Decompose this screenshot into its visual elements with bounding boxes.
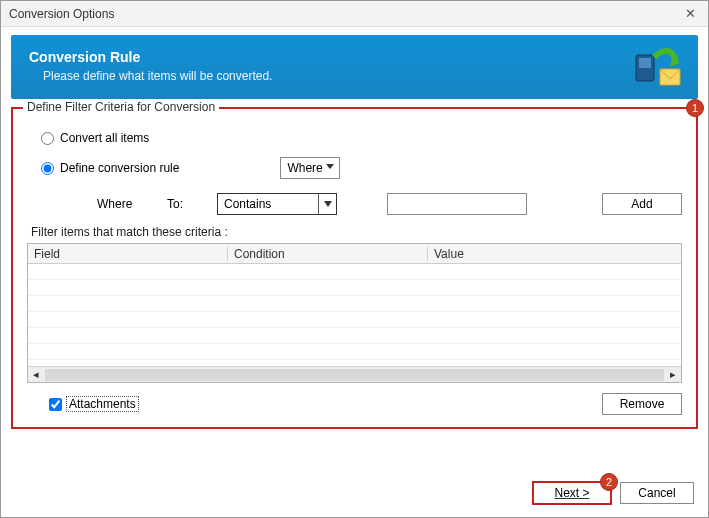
radio-define-rule-row: Define conversion rule Where	[41, 157, 682, 179]
fieldset-bottom-row: Attachments Remove	[27, 393, 682, 415]
fieldset-legend: Define Filter Criteria for Conversion	[23, 100, 219, 114]
cancel-button[interactable]: Cancel	[620, 482, 694, 504]
dialog-footer: Next > 2 Cancel	[532, 481, 694, 505]
svg-rect-1	[639, 58, 651, 68]
horizontal-scrollbar[interactable]: ◂ ▸	[28, 366, 681, 382]
mailbox-icon	[634, 45, 682, 89]
table-row[interactable]	[28, 344, 681, 360]
table-row[interactable]	[28, 264, 681, 280]
close-icon[interactable]: ✕	[680, 6, 700, 21]
radio-convert-all[interactable]	[41, 132, 54, 145]
where-dropdown[interactable]: Where	[280, 157, 340, 179]
col-condition[interactable]: Condition	[228, 247, 428, 261]
next-label: Next >	[554, 486, 589, 500]
window-title: Conversion Options	[9, 7, 680, 21]
titlebar: Conversion Options ✕	[1, 1, 708, 27]
radio-convert-all-row: Convert all items	[41, 131, 682, 145]
criteria-caption: Filter items that match these criteria :	[31, 225, 682, 239]
banner-subtitle: Please define what items will be convert…	[43, 69, 680, 83]
step-badge-1: 1	[686, 99, 704, 117]
scroll-right-icon[interactable]: ▸	[665, 367, 681, 383]
banner: Conversion Rule Please define what items…	[11, 35, 698, 99]
criteria-table: Field Condition Value ◂ ▸	[27, 243, 682, 383]
condition-value: Contains	[224, 197, 271, 211]
attachments-checkbox-wrap[interactable]: Attachments	[49, 396, 139, 412]
caret-down-icon	[324, 201, 332, 207]
table-row[interactable]	[28, 328, 681, 344]
dropdown-button	[318, 194, 336, 214]
where-dropdown-value: Where	[287, 161, 322, 175]
radio-define-rule-label: Define conversion rule	[60, 161, 179, 175]
radio-define-rule[interactable]	[41, 162, 54, 175]
remove-button[interactable]: Remove	[602, 393, 682, 415]
dialog-content: Conversion Rule Please define what items…	[1, 27, 708, 441]
col-field[interactable]: Field	[28, 247, 228, 261]
table-body	[28, 264, 681, 364]
col-value[interactable]: Value	[428, 247, 681, 261]
step-badge-2: 2	[600, 473, 618, 491]
table-row[interactable]	[28, 280, 681, 296]
attachments-checkbox[interactable]	[49, 398, 62, 411]
attachments-label: Attachments	[66, 396, 139, 412]
next-button[interactable]: Next > 2	[532, 481, 612, 505]
scroll-track[interactable]	[45, 369, 664, 381]
filter-builder-row: Where To: Contains Add	[97, 193, 682, 215]
filter-criteria-fieldset: Define Filter Criteria for Conversion 1 …	[11, 107, 698, 429]
to-label: To:	[167, 197, 197, 211]
condition-dropdown[interactable]: Contains	[217, 193, 337, 215]
table-row[interactable]	[28, 312, 681, 328]
where-label: Where	[97, 197, 147, 211]
table-header: Field Condition Value	[28, 244, 681, 264]
banner-title: Conversion Rule	[29, 49, 680, 65]
value-input[interactable]	[387, 193, 527, 215]
table-row[interactable]	[28, 296, 681, 312]
dialog-window: Conversion Options ✕ Conversion Rule Ple…	[0, 0, 709, 518]
chevron-down-icon	[326, 164, 334, 169]
add-button[interactable]: Add	[602, 193, 682, 215]
scroll-left-icon[interactable]: ◂	[28, 367, 44, 383]
radio-convert-all-label: Convert all items	[60, 131, 149, 145]
